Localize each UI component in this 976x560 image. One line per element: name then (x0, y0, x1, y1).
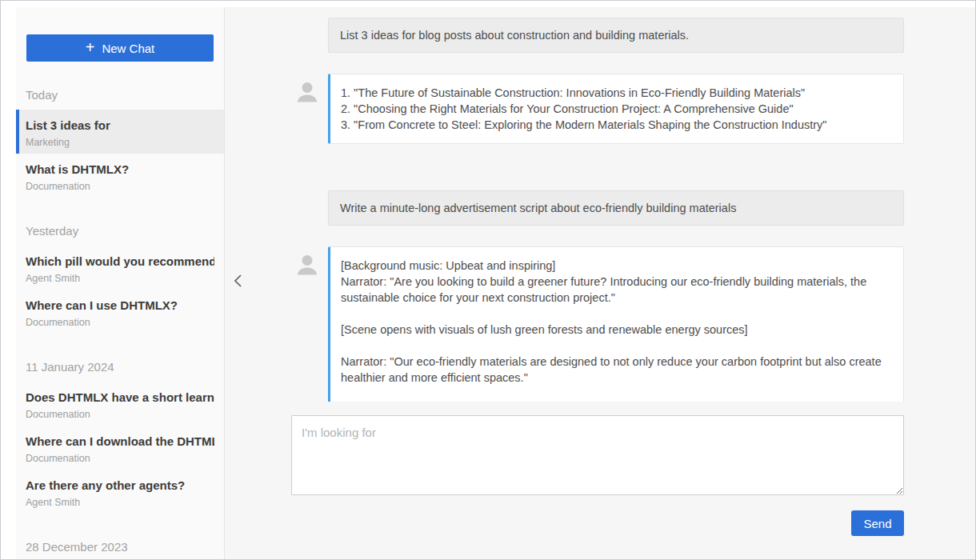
chat-item-title: Where can I use DHTMLX? (26, 298, 214, 313)
chat-list-item[interactable]: What is DHTMLX? Documenation (16, 154, 224, 198)
message-list[interactable]: List 3 ideas for blog posts about constr… (225, 7, 975, 402)
new-chat-label: New Chat (102, 42, 154, 55)
chat-item-title: Does DHTMLX have a short learnin… (26, 390, 214, 405)
chat-group: Yesterday Which pill would you recommend… (16, 225, 224, 334)
user-message-bubble: Write a minute-long advertisement script… (328, 190, 904, 226)
sidebar: + New Chat Today List 3 ideas for Market… (1, 7, 225, 559)
chat-group: 11 January 2024 Does DHTMLX have a short… (16, 361, 224, 514)
message-row: Write a minute-long advertisement script… (291, 190, 904, 226)
agent-avatar-icon (294, 80, 320, 106)
chat-list-item[interactable]: Which pill would you recommend? Agent Sm… (16, 246, 224, 290)
agent-avatar-icon (294, 253, 320, 278)
chat-group: 28 December 2023 Who are you? Agent Smit… (16, 541, 224, 559)
chat-list-item[interactable]: List 3 ideas for Marketing (16, 110, 224, 154)
message-row: List 3 ideas for blog posts about constr… (291, 18, 904, 53)
send-button[interactable]: Send (851, 510, 904, 536)
chat-item-title: Which pill would you recommend? (26, 254, 214, 269)
chat-list-item[interactable]: Where can I use DHTMLX? Documenation (16, 290, 224, 334)
chat-item-agent: Documenation (26, 453, 214, 464)
chat-panel: List 3 ideas for blog posts about constr… (225, 7, 975, 559)
chat-list-item[interactable]: Where can I download the DHTMLX … Docume… (16, 426, 224, 470)
chat-group-label: Today (26, 89, 214, 102)
composer: Send (291, 415, 904, 536)
chat-item-agent: Marketing (26, 137, 214, 148)
avatar-gutter (291, 74, 328, 106)
chat-item-title: List 3 ideas for (26, 118, 214, 133)
chat-item-agent: Documenation (26, 317, 214, 328)
chat-list-item[interactable]: Does DHTMLX have a short learnin… Docume… (16, 382, 224, 426)
chat-group-label: Yesterday (26, 225, 214, 238)
chat-item-agent: Agent Smith (26, 497, 214, 508)
agent-message-bubble: 1. "The Future of Sustainable Constructi… (328, 74, 904, 144)
chat-list-item[interactable]: Are there any other agents? Agent Smith (16, 470, 224, 514)
user-message-bubble: List 3 ideas for blog posts about constr… (328, 18, 904, 53)
chat-group-label: 11 January 2024 (26, 361, 214, 374)
sidebar-collapse-button[interactable] (230, 271, 245, 290)
chat-history-list[interactable]: Today List 3 ideas for Marketing What is… (16, 62, 224, 559)
chat-app: + New Chat Today List 3 ideas for Market… (0, 0, 976, 560)
plus-icon: + (86, 39, 95, 55)
avatar-gutter (291, 246, 328, 278)
chat-group: Today List 3 ideas for Marketing What is… (16, 89, 224, 198)
chat-group-label: 28 December 2023 (26, 541, 214, 554)
chat-item-agent: Documenation (26, 409, 214, 420)
chevron-left-icon (233, 273, 242, 289)
message-row: 1. "The Future of Sustainable Constructi… (291, 74, 904, 144)
chat-item-title: Where can I download the DHTMLX … (26, 434, 214, 449)
message-input[interactable] (291, 415, 904, 495)
chat-item-agent: Agent Smith (26, 273, 214, 284)
new-chat-button[interactable]: + New Chat (26, 34, 214, 62)
send-row: Send (291, 510, 904, 536)
agent-message-bubble: [Background music: Upbeat and inspiring]… (328, 246, 904, 402)
chat-item-title: Are there any other agents? (26, 478, 214, 493)
chat-item-title: What is DHTMLX? (26, 162, 214, 177)
chat-item-agent: Documenation (26, 181, 214, 192)
message-row: [Background music: Upbeat and inspiring]… (291, 246, 904, 402)
app-columns: + New Chat Today List 3 ideas for Market… (1, 7, 975, 559)
